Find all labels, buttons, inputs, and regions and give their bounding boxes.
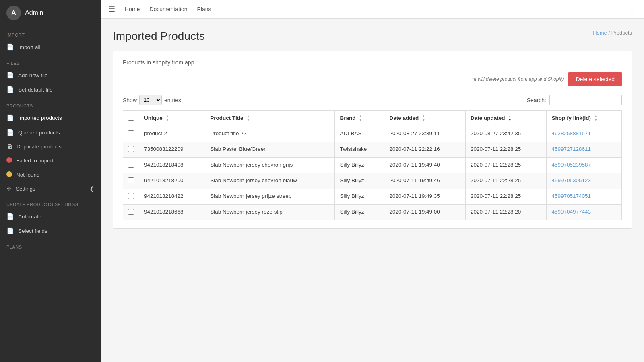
file-icon: 📄 — [6, 129, 14, 136]
table-row: 7350083122209 Slab Pastel Blue/Green Twi… — [123, 142, 622, 158]
row-date-added: 2020-07-11 19:49:00 — [384, 205, 466, 220]
search-input[interactable] — [549, 95, 622, 105]
th-brand[interactable]: Brand ▲▼ — [335, 111, 384, 126]
row-shopify-link[interactable]: 4628258881571 — [547, 126, 622, 142]
row-checkbox-cell[interactable] — [123, 205, 139, 220]
row-unique: 9421018218408 — [139, 158, 205, 173]
sidebar-item-label: Failed to import — [16, 158, 54, 164]
row-checkbox[interactable] — [128, 193, 134, 199]
sidebar-item-import-all[interactable]: 📄 Import all — [0, 40, 101, 54]
row-date-added: 2020-07-11 19:49:40 — [384, 158, 466, 173]
row-brand: Twistshake — [335, 142, 384, 158]
sort-arrows-product-title: ▲▼ — [246, 115, 250, 122]
row-unique: 9421018218422 — [139, 189, 205, 205]
sidebar-item-duplicate-products[interactable]: 🖹 Duplicate products — [0, 140, 101, 154]
chevron-left-icon: ❮ — [89, 185, 94, 192]
row-checkbox-cell[interactable] — [123, 126, 139, 142]
page-title: Imported Products — [113, 30, 205, 43]
sidebar-item-failed-to-import[interactable]: Failed to import — [0, 154, 101, 168]
row-product-title: Slab Newborn jersey chevron grijs — [205, 158, 335, 173]
sidebar-section-products: Products — [0, 97, 101, 111]
row-date-added: 2020-07-11 19:49:35 — [384, 189, 466, 205]
app-name: Admin — [25, 9, 43, 16]
sidebar-item-label: Duplicate products — [17, 144, 62, 150]
sort-arrows-date-added: ▲▼ — [422, 115, 425, 122]
shopify-link-anchor[interactable]: 4628258881571 — [551, 130, 591, 136]
sidebar-item-label: Settings — [16, 186, 35, 192]
topnav-home[interactable]: Home — [125, 6, 140, 12]
select-all-header[interactable] — [123, 111, 139, 126]
gear-icon: ⚙ — [6, 185, 12, 192]
grid-icon[interactable]: ⋮ — [628, 4, 636, 14]
entries-select[interactable]: 10 25 50 100 — [139, 95, 162, 105]
hamburger-icon[interactable]: ☰ — [109, 5, 115, 14]
shopify-link-anchor[interactable]: 4599727128611 — [551, 146, 591, 152]
shopify-link-anchor[interactable]: 4599704977443 — [551, 209, 591, 215]
th-product-title[interactable]: Product Title ▲▼ — [205, 111, 335, 126]
file-icon: 📄 — [6, 43, 14, 51]
sidebar-section-import: Import — [0, 26, 101, 40]
card-subtitle: Products in shopify from app — [123, 59, 622, 66]
shopify-link-anchor[interactable]: 4599705305123 — [551, 177, 591, 183]
row-shopify-link[interactable]: 4599705174051 — [547, 189, 622, 205]
row-checkbox[interactable] — [128, 209, 134, 215]
row-checkbox[interactable] — [128, 162, 134, 168]
sidebar-item-not-found[interactable]: Not found — [0, 168, 101, 182]
table-row: 9421018218422 Slab Newborn jersey grijze… — [123, 189, 622, 205]
sidebar-item-select-fields[interactable]: 📄 Select fields — [0, 224, 101, 238]
search-box: Search: — [527, 95, 622, 105]
sidebar-item-imported-products[interactable]: 📄 Imported products — [0, 111, 101, 125]
row-unique: 9421018218200 — [139, 173, 205, 189]
th-date-added[interactable]: Date added ▲▼ — [384, 111, 466, 126]
sidebar-item-queued-products[interactable]: 📄 Queued products — [0, 125, 101, 140]
row-checkbox[interactable] — [128, 130, 134, 136]
sidebar-section-update-products: Update products settings — [0, 195, 101, 209]
row-shopify-link[interactable]: 4599727128611 — [547, 142, 622, 158]
row-checkbox-cell[interactable] — [123, 189, 139, 205]
row-brand: Silly Billyz — [335, 158, 384, 173]
th-shopify-link[interactable]: Shopify link(id) ▲▼ — [547, 111, 622, 126]
row-unique: product-2 — [139, 126, 205, 142]
select-all-checkbox[interactable] — [128, 115, 134, 121]
main-card: Products in shopify from app *It will de… — [113, 51, 632, 229]
row-unique: 7350083122209 — [139, 142, 205, 158]
file-icon: 📄 — [6, 86, 14, 93]
th-date-updated[interactable]: Date updated ▲▼ — [465, 111, 547, 126]
row-shopify-link[interactable]: 4599705239587 — [547, 158, 622, 173]
row-product-title: Slab Newborn jersey roze stip — [205, 205, 335, 220]
delete-selected-button[interactable]: Delete selected — [568, 72, 622, 86]
topnav-documentation[interactable]: Documentation — [149, 6, 187, 12]
row-product-title: Slab Pastel Blue/Green — [205, 142, 335, 158]
row-checkbox-cell[interactable] — [123, 158, 139, 173]
row-shopify-link[interactable]: 4599704977443 — [547, 205, 622, 220]
row-checkbox[interactable] — [128, 146, 134, 152]
row-date-added: 2020-08-27 23:39:11 — [384, 126, 466, 142]
row-date-added: 2020-07-11 19:49:46 — [384, 173, 466, 189]
page-header: Imported Products Home / Products — [113, 30, 632, 43]
row-brand: ADI-BAS — [335, 126, 384, 142]
sidebar: A Admin Import 📄 Import all Files 📄 Add … — [0, 0, 101, 362]
search-label: Search: — [527, 97, 546, 103]
show-entries: Show 10 25 50 100 entries — [123, 95, 181, 105]
sidebar-item-set-default-file[interactable]: 📄 Set default file — [0, 82, 101, 97]
row-date-updated: 2020-07-11 22:28:25 — [465, 173, 547, 189]
row-checkbox[interactable] — [128, 177, 134, 183]
row-date-updated: 2020-07-11 22:28:25 — [465, 142, 547, 158]
shopify-link-anchor[interactable]: 4599705239587 — [551, 162, 591, 168]
topnav-plans[interactable]: Plans — [197, 6, 211, 12]
row-checkbox-cell[interactable] — [123, 173, 139, 189]
row-checkbox-cell[interactable] — [123, 142, 139, 158]
sort-arrows-date-updated: ▲▼ — [508, 115, 512, 122]
sidebar-section-files: Files — [0, 54, 101, 68]
table-row: 9421018218200 Slab Newborn jersey chevro… — [123, 173, 622, 189]
th-unique[interactable]: Unique ▲▼ — [139, 111, 205, 126]
breadcrumb-home[interactable]: Home — [593, 30, 607, 36]
sidebar-item-add-new-file[interactable]: 📄 Add new file — [0, 68, 101, 82]
sidebar-item-label: Imported products — [18, 115, 62, 121]
row-shopify-link[interactable]: 4599705305123 — [547, 173, 622, 189]
sidebar-item-automate[interactable]: 📄 Automate — [0, 209, 101, 224]
sidebar-item-settings[interactable]: ⚙ Settings ❮ — [0, 182, 101, 195]
shopify-link-anchor[interactable]: 4599705174051 — [551, 193, 591, 199]
card-top-actions: *It will delete product from app and Sho… — [123, 72, 622, 86]
file-icon: 📄 — [6, 213, 14, 220]
